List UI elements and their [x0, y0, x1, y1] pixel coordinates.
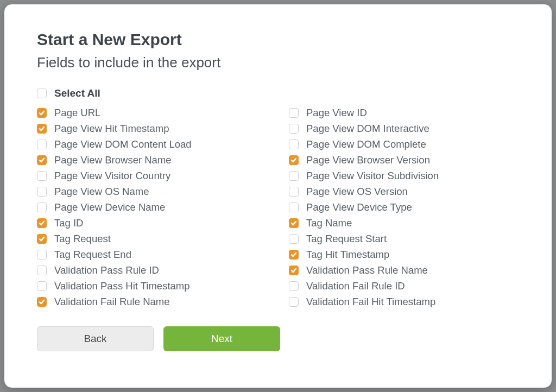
check-icon — [290, 157, 297, 163]
next-button[interactable]: Next — [163, 326, 280, 351]
field-checkbox[interactable] — [37, 124, 47, 134]
select-all-row: Select All — [37, 87, 519, 99]
field-checkbox[interactable] — [37, 203, 47, 212]
field-checkbox[interactable] — [289, 218, 299, 228]
check-icon — [39, 125, 45, 132]
field-checkbox[interactable] — [289, 250, 299, 260]
field-checkbox[interactable] — [37, 108, 47, 118]
export-modal: Start a New Export Fields to include in … — [4, 4, 552, 388]
field-label: Tag Hit Timestamp — [306, 249, 389, 261]
field-checkbox[interactable] — [37, 265, 47, 275]
right-column: Page View IDPage View DOM InteractivePag… — [289, 107, 519, 308]
field-row: Page View DOM Content Load — [37, 138, 267, 150]
field-checkbox[interactable] — [289, 187, 299, 197]
select-all-checkbox[interactable] — [37, 88, 47, 98]
field-row: Validation Fail Hit Timestamp — [289, 296, 519, 308]
field-label: Page View DOM Content Load — [54, 138, 192, 150]
field-label: Page View Browser Version — [306, 154, 430, 166]
field-row: Tag Request End — [37, 249, 267, 261]
check-icon — [39, 299, 45, 305]
check-icon — [39, 236, 45, 242]
field-label: Page View Browser Name — [54, 154, 172, 166]
field-checkbox[interactable] — [37, 218, 47, 228]
fields-columns: Page URLPage View Hit TimestampPage View… — [37, 107, 519, 308]
left-column: Page URLPage View Hit TimestampPage View… — [37, 107, 267, 308]
field-row: Page View Visitor Country — [37, 170, 267, 182]
field-checkbox[interactable] — [37, 234, 47, 244]
check-icon — [290, 220, 297, 226]
field-row: Tag Name — [289, 217, 519, 229]
field-label: Page View Visitor Subdivision — [306, 170, 439, 182]
back-button[interactable]: Back — [37, 326, 154, 351]
select-all-label: Select All — [54, 87, 100, 99]
field-label: Validation Pass Hit Timestamp — [54, 280, 190, 292]
button-row: Back Next — [37, 326, 519, 351]
field-row: Validation Pass Rule ID — [37, 264, 267, 276]
field-label: Page View OS Version — [306, 186, 408, 198]
field-row: Tag Request — [37, 233, 267, 245]
field-row: Page View OS Version — [289, 186, 519, 198]
field-label: Page View Hit Timestamp — [54, 123, 169, 135]
field-label: Tag Name — [306, 217, 352, 229]
field-label: Validation Fail Rule Name — [54, 296, 170, 308]
field-checkbox[interactable] — [289, 297, 299, 307]
field-checkbox[interactable] — [37, 281, 47, 291]
field-checkbox[interactable] — [37, 171, 47, 181]
field-label: Page URL — [54, 107, 100, 119]
field-row: Tag Hit Timestamp — [289, 249, 519, 261]
check-icon — [39, 220, 45, 226]
check-icon — [39, 157, 45, 163]
field-row: Page URL — [37, 107, 267, 119]
field-row: Tag ID — [37, 217, 267, 229]
field-label: Page View ID — [306, 107, 367, 119]
field-row: Validation Fail Rule ID — [289, 280, 519, 292]
check-icon — [39, 110, 45, 116]
field-label: Page View DOM Complete — [306, 138, 426, 150]
field-row: Page View Hit Timestamp — [37, 123, 267, 135]
field-row: Page View Device Name — [37, 201, 267, 213]
field-checkbox[interactable] — [37, 187, 47, 197]
field-row: Page View Browser Name — [37, 154, 267, 166]
modal-subtitle: Fields to include in the export — [37, 54, 519, 71]
field-checkbox[interactable] — [289, 265, 299, 275]
field-label: Page View Device Name — [54, 201, 165, 213]
field-label: Validation Fail Rule ID — [306, 280, 405, 292]
check-icon — [290, 267, 297, 274]
field-label: Validation Pass Rule Name — [306, 264, 428, 276]
field-checkbox[interactable] — [289, 124, 299, 134]
field-row: Page View OS Name — [37, 186, 267, 198]
field-label: Page View OS Name — [54, 186, 149, 198]
field-row: Page View DOM Interactive — [289, 123, 519, 135]
field-checkbox[interactable] — [289, 140, 299, 149]
field-row: Validation Pass Rule Name — [289, 264, 519, 276]
field-label: Page View DOM Interactive — [306, 123, 429, 135]
modal-title: Start a New Export — [37, 30, 519, 49]
field-label: Tag Request End — [54, 249, 131, 261]
field-row: Tag Request Start — [289, 233, 519, 245]
field-label: Tag ID — [54, 217, 83, 229]
field-label: Page View Device Type — [306, 201, 412, 213]
field-checkbox[interactable] — [289, 234, 299, 244]
field-label: Validation Pass Rule ID — [54, 264, 159, 276]
field-checkbox[interactable] — [289, 155, 299, 165]
check-icon — [290, 251, 297, 258]
field-row: Page View Visitor Subdivision — [289, 170, 519, 182]
field-checkbox[interactable] — [289, 281, 299, 291]
field-row: Page View DOM Complete — [289, 138, 519, 150]
field-checkbox[interactable] — [289, 108, 299, 118]
field-row: Validation Fail Rule Name — [37, 296, 267, 308]
field-label: Tag Request Start — [306, 233, 387, 245]
field-checkbox[interactable] — [37, 250, 47, 260]
field-checkbox[interactable] — [289, 203, 299, 212]
field-row: Page View Device Type — [289, 201, 519, 213]
field-label: Validation Fail Hit Timestamp — [306, 296, 435, 308]
field-checkbox[interactable] — [37, 297, 47, 307]
field-label: Page View Visitor Country — [54, 170, 170, 182]
field-checkbox[interactable] — [289, 171, 299, 181]
field-checkbox[interactable] — [37, 140, 47, 149]
field-checkbox[interactable] — [37, 155, 47, 165]
field-row: Validation Pass Hit Timestamp — [37, 280, 267, 292]
field-row: Page View Browser Version — [289, 154, 519, 166]
field-row: Page View ID — [289, 107, 519, 119]
field-label: Tag Request — [54, 233, 111, 245]
